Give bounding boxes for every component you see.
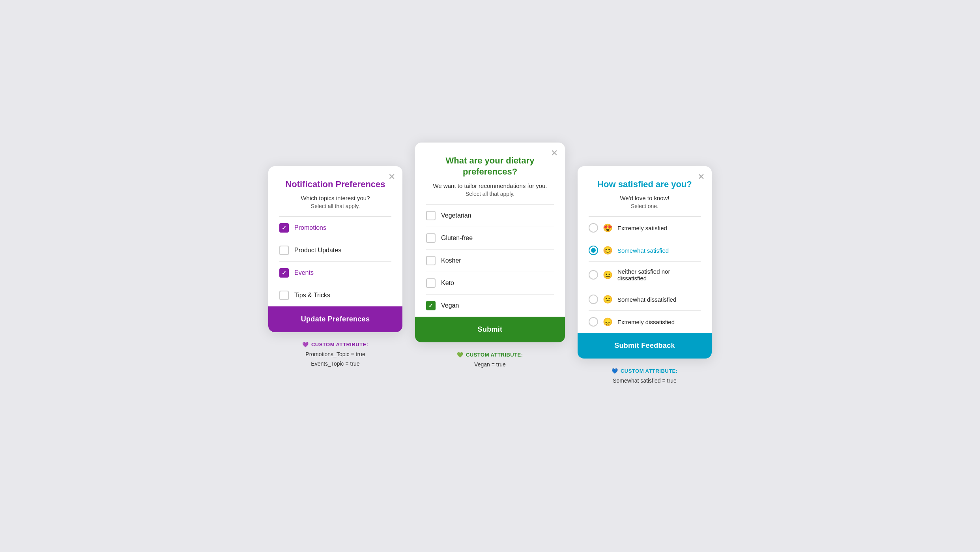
checkbox-vegetarian-label: Vegetarian [441, 212, 471, 219]
panel1-custom-attr: 💜 CUSTOM ATTRIBUTE: Promotions_Topic = t… [302, 342, 368, 369]
radio-label-neutral: Neither satisfied nor dissatisfied [617, 268, 701, 282]
panel2-custom-attr-title: 💚 CUSTOM ATTRIBUTE: [457, 352, 523, 358]
checkbox-promotions-box: ✓ [279, 223, 289, 233]
panel3-custom-attr-title: 💙 CUSTOM ATTRIBUTE: [612, 368, 677, 374]
radio-circle-somewhat-satisfied [589, 246, 598, 255]
checkmark-promotions: ✓ [282, 225, 286, 231]
checkbox-kosher-box [426, 256, 436, 265]
dietary-preferences-modal: ✕ What are your dietary preferences? We … [415, 143, 565, 342]
checkbox-events-label: Events [294, 269, 314, 276]
radio-somewhat-dissatisfied[interactable]: 😕 Somewhat dissatisfied [589, 288, 701, 311]
close-button-panel3[interactable]: ✕ [698, 173, 705, 181]
checkbox-tips-tricks-label: Tips & Tricks [294, 292, 330, 299]
radio-extremely-dissatisfied[interactable]: 😞 Extremely dissatisfied [589, 311, 701, 333]
emoji-neutral: 😐 [603, 270, 613, 280]
panel2-subtitle: We want to tailor recommendations for yo… [426, 182, 554, 189]
checkbox-product-updates-box [279, 246, 289, 255]
panel1-custom-attr-value1: Promotions_Topic = true [302, 350, 368, 359]
modal-inner-panel3: How satisfied are you? We'd love to know… [578, 166, 712, 333]
panel3-title: How satisfied are you? [589, 179, 701, 190]
checkmark-vegan: ✓ [428, 302, 433, 309]
checkmark-events: ✓ [282, 270, 286, 276]
panel2-title: What are your dietary preferences? [426, 155, 554, 178]
radio-circle-somewhat-dissatisfied [589, 295, 598, 304]
panel1-title: Notification Preferences [279, 179, 391, 190]
checkbox-events[interactable]: ✓ Events [279, 262, 391, 284]
checkbox-vegan-label: Vegan [441, 302, 459, 309]
checkbox-vegetarian[interactable]: Vegetarian [426, 205, 554, 227]
panel1-custom-attr-value2: Events_Topic = true [302, 359, 368, 369]
checkbox-vegetarian-box [426, 211, 436, 220]
radio-circle-neutral [589, 270, 598, 280]
update-preferences-button[interactable]: Update Preferences [268, 306, 402, 332]
submit-feedback-button[interactable]: Submit Feedback [578, 333, 712, 359]
panel3-instruction: Select one. [589, 203, 701, 209]
checkbox-vegan-box: ✓ [426, 301, 436, 310]
emoji-somewhat-dissatisfied: 😕 [603, 295, 613, 304]
panel2-column: ✕ What are your dietary preferences? We … [415, 166, 565, 370]
radio-inner-somewhat-satisfied [591, 248, 596, 253]
satisfaction-modal: ✕ How satisfied are you? We'd love to kn… [578, 166, 712, 359]
panel2-instruction: Select all that apply. [426, 191, 554, 197]
page-wrapper: ✕ Notification Preferences Which topics … [253, 166, 727, 386]
checkbox-tips-tricks-box [279, 291, 289, 300]
notification-preferences-modal: ✕ Notification Preferences Which topics … [268, 166, 402, 332]
checkbox-events-box: ✓ [279, 268, 289, 278]
checkbox-product-updates-label: Product Updates [294, 247, 341, 254]
panel3-heart-icon: 💙 [612, 368, 618, 374]
radio-label-extremely-satisfied: Extremely satisfied [617, 225, 667, 231]
checkbox-promotions-label: Promotions [294, 224, 326, 231]
checkbox-gluten-free[interactable]: Gluten-free [426, 227, 554, 250]
close-button-panel2[interactable]: ✕ [551, 149, 558, 158]
panel1-heart-icon: 💜 [302, 342, 309, 347]
emoji-extremely-dissatisfied: 😞 [603, 317, 613, 327]
panel1-instruction: Select all that apply. [279, 203, 391, 209]
checkbox-keto[interactable]: Keto [426, 272, 554, 295]
panel2-custom-attr: 💚 CUSTOM ATTRIBUTE: Vegan = true [457, 352, 523, 370]
submit-dietary-button[interactable]: Submit [415, 317, 565, 342]
panel3-subtitle: We'd love to know! [589, 195, 701, 201]
panel3-custom-attr-value: Somewhat satisfied = true [612, 376, 677, 386]
panel1-custom-attr-title: 💜 CUSTOM ATTRIBUTE: [302, 342, 368, 347]
checkbox-keto-label: Keto [441, 280, 454, 287]
modal-inner-panel2: What are your dietary preferences? We wa… [415, 143, 565, 317]
checkbox-keto-box [426, 278, 436, 288]
checkbox-gluten-free-label: Gluten-free [441, 235, 473, 242]
checkbox-gluten-free-box [426, 233, 436, 243]
emoji-extremely-satisfied: 😍 [603, 223, 613, 233]
panel2-heart-icon: 💚 [457, 352, 464, 358]
checkbox-vegan[interactable]: ✓ Vegan [426, 295, 554, 317]
checkbox-tips-tricks[interactable]: Tips & Tricks [279, 284, 391, 306]
panel1-subtitle: Which topics interest you? [279, 195, 391, 201]
modal-inner-panel1: Notification Preferences Which topics in… [268, 166, 402, 307]
panel1-column: ✕ Notification Preferences Which topics … [268, 166, 402, 369]
panel3-column: ✕ How satisfied are you? We'd love to kn… [578, 166, 712, 386]
radio-extremely-satisfied[interactable]: 😍 Extremely satisfied [589, 217, 701, 239]
checkbox-product-updates[interactable]: Product Updates [279, 239, 391, 262]
checkbox-kosher[interactable]: Kosher [426, 250, 554, 272]
radio-circle-extremely-satisfied [589, 223, 598, 233]
radio-neutral[interactable]: 😐 Neither satisfied nor dissatisfied [589, 262, 701, 288]
checkbox-kosher-label: Kosher [441, 257, 461, 264]
radio-circle-extremely-dissatisfied [589, 317, 598, 327]
panel2-custom-attr-value: Vegan = true [457, 360, 523, 370]
radio-label-somewhat-dissatisfied: Somewhat dissatisfied [617, 296, 676, 303]
panel3-custom-attr: 💙 CUSTOM ATTRIBUTE: Somewhat satisfied =… [612, 368, 677, 386]
radio-somewhat-satisfied[interactable]: 😊 Somewhat satisfied [589, 239, 701, 262]
emoji-somewhat-satisfied: 😊 [603, 246, 613, 255]
radio-label-extremely-dissatisfied: Extremely dissatisfied [617, 319, 675, 325]
radio-label-somewhat-satisfied: Somewhat satisfied [617, 247, 669, 254]
close-button-panel1[interactable]: ✕ [388, 173, 395, 181]
checkbox-promotions[interactable]: ✓ Promotions [279, 217, 391, 239]
